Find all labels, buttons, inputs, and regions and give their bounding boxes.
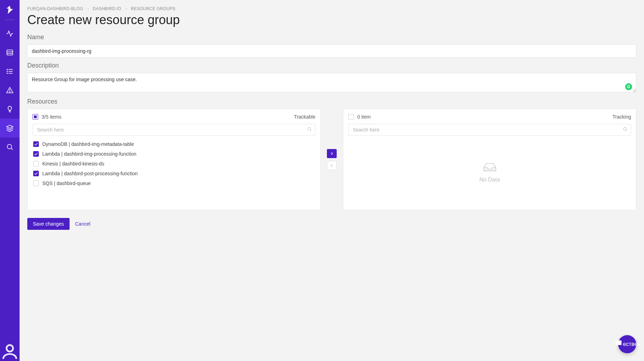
item-checkbox[interactable] (33, 141, 39, 147)
inbox-icon (482, 160, 498, 174)
sidebar (0, 0, 20, 361)
app-logo (5, 5, 15, 15)
no-data-label: No Data (479, 177, 500, 183)
list-item[interactable]: SQS | dashbird-queue (33, 178, 315, 188)
svg-point-6 (7, 69, 8, 70)
item-label: Lambda | dashbird-post-processing-functi… (42, 171, 138, 176)
name-label: Name (27, 34, 636, 41)
tracking-count-label: 0 item (357, 114, 371, 120)
svg-rect-20 (618, 342, 619, 344)
chevron-right-icon: → (86, 7, 90, 11)
nav-activity-icon[interactable] (0, 24, 20, 43)
save-button[interactable]: Save changes (27, 218, 70, 230)
breadcrumb-item[interactable]: DASHBIRD.IO (93, 6, 121, 11)
item-checkbox[interactable] (33, 161, 39, 167)
form-actions: Save changes Cancel (27, 218, 636, 230)
select-all-checkbox[interactable] (348, 114, 354, 120)
breadcrumb-item[interactable]: RESOURCE GROUPS (131, 6, 176, 11)
list-item[interactable]: Kinesis | dashbird-kinesis-ds (33, 159, 315, 169)
tracking-header-label: Tracking (613, 114, 631, 120)
svg-point-8 (7, 73, 8, 74)
transfer-controls (327, 109, 337, 210)
sidebar-divider (5, 20, 15, 20)
svg-marker-11 (7, 125, 13, 128)
tracking-panel: 0 item Tracking (343, 109, 636, 210)
grammarly-icon[interactable]: G (625, 83, 632, 90)
intercom-launcher[interactable]: ествен (618, 335, 636, 353)
nav-list-icon[interactable] (0, 62, 20, 81)
tracking-search-input[interactable] (348, 124, 631, 136)
nav-idea-icon[interactable] (0, 100, 20, 119)
main-content: FURQAN-DASHBIRD-BLOG → DASHBIRD.IO → RES… (20, 0, 644, 361)
name-input[interactable] (27, 44, 636, 58)
resources-transfer: 3/5 items Trackable DynamoDB | dashbird-… (27, 109, 636, 210)
chat-icon (614, 339, 623, 349)
description-textarea[interactable] (27, 73, 636, 92)
svg-line-18 (626, 130, 627, 131)
select-all-checkbox[interactable] (33, 114, 38, 120)
no-data-placeholder: No Data (348, 139, 631, 204)
nav-user-icon[interactable] (0, 342, 20, 361)
trackable-count-label: 3/5 items (42, 114, 62, 120)
move-right-button[interactable] (327, 149, 337, 158)
chevron-right-icon: → (124, 7, 128, 11)
nav-database-icon[interactable] (0, 43, 20, 62)
trackable-panel: 3/5 items Trackable DynamoDB | dashbird-… (27, 109, 321, 210)
item-checkbox[interactable] (33, 151, 39, 157)
svg-point-17 (623, 127, 626, 130)
svg-line-16 (310, 130, 312, 131)
list-item[interactable]: Lambda | dashbird-post-processing-functi… (33, 169, 315, 178)
breadcrumb-item[interactable]: FURQAN-DASHBIRD-BLOG (27, 6, 83, 11)
page-title: Create new resource group (27, 13, 636, 27)
resources-label: Resources (27, 98, 636, 105)
svg-point-14 (7, 345, 13, 352)
item-label: Kinesis | dashbird-kinesis-ds (42, 161, 104, 167)
move-left-button (327, 161, 337, 170)
trackable-search-input[interactable] (33, 124, 315, 136)
item-checkbox[interactable] (33, 180, 39, 186)
nav-alert-icon[interactable] (0, 81, 20, 100)
svg-rect-0 (7, 50, 13, 55)
svg-point-12 (7, 144, 12, 149)
item-label: DynamoDB | dashbird-img-metadata-table (42, 141, 134, 147)
svg-point-15 (308, 127, 310, 130)
breadcrumb: FURQAN-DASHBIRD-BLOG → DASHBIRD.IO → RES… (27, 6, 636, 11)
sidebar-nav (0, 24, 20, 156)
svg-point-10 (9, 92, 10, 92)
item-label: Lambda | dashbird-img-processing-functio… (42, 151, 136, 157)
svg-rect-21 (620, 342, 620, 344)
trackable-list: DynamoDB | dashbird-img-metadata-table L… (33, 139, 315, 188)
nav-search-icon[interactable] (0, 137, 20, 156)
search-icon (307, 127, 312, 133)
svg-point-7 (7, 71, 8, 72)
list-item[interactable]: DynamoDB | dashbird-img-metadata-table (33, 139, 315, 149)
cancel-button[interactable]: Cancel (75, 221, 91, 227)
item-checkbox[interactable] (33, 171, 39, 176)
description-label: Description (27, 62, 636, 69)
trackable-header-label: Trackable (294, 114, 315, 120)
search-icon (623, 127, 628, 133)
list-item[interactable]: Lambda | dashbird-img-processing-functio… (33, 149, 315, 159)
svg-rect-19 (616, 342, 617, 344)
nav-layers-icon[interactable] (0, 119, 20, 137)
svg-line-13 (11, 148, 13, 150)
item-label: SQS | dashbird-queue (42, 180, 91, 186)
